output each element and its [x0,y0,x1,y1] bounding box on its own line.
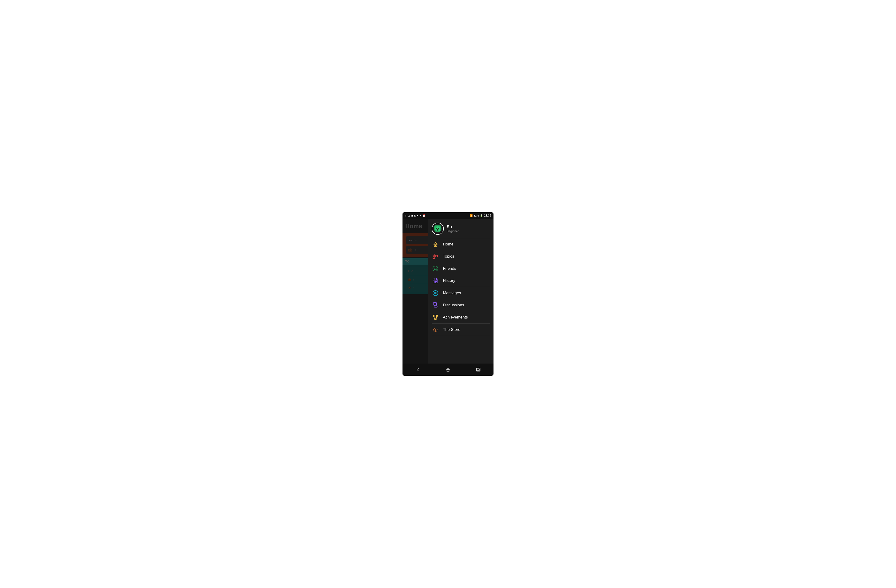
status-bar: ⬆ ⊞ ▣ N ♥ ✕ ⏰ 📶 32% 🔋 13:39 [402,212,494,219]
menu-item-achievements[interactable]: Achievements [428,311,494,323]
achievements-icon [432,314,439,320]
home-icon [432,241,439,247]
svg-rect-10 [433,254,435,256]
menu-item-messages[interactable]: HI Messages [428,287,494,299]
menu-label-friends: Friends [443,266,456,271]
battery-icon: 🔋 [480,214,483,217]
svg-rect-35 [477,369,480,370]
menu-label-home: Home [443,242,453,247]
status-bar-right: 📶 32% 🔋 13:39 [469,214,491,217]
svg-point-16 [434,268,435,268]
menu-label-discussions: Discussions [443,303,464,308]
menu-label-achievements: Achievements [443,315,468,320]
battery-percent: 32% [474,214,479,217]
svg-rect-12 [436,255,437,257]
friends-icon [432,265,439,271]
avatar-svg [433,224,443,233]
menu-label-messages: Messages [443,291,461,296]
menu-item-discussions[interactable]: Discussions [428,299,494,311]
drawer-spacer [428,336,494,364]
status-icon-upload: ⬆ [405,214,407,217]
side-drawer: Su Beginner Home [428,219,494,364]
main-area: Home 👓 Fo 💼 Fo TO ▶ A 💼 [402,219,494,364]
menu-item-home[interactable]: Home [428,238,494,250]
svg-point-26 [435,282,436,283]
messages-icon: HI [432,290,439,296]
drawer-profile: Su Beginner [428,219,494,238]
topics-icon [432,253,439,259]
menu-label-topics: Topics [443,254,454,259]
time-display: 13:39 [484,214,491,217]
menu-item-store[interactable]: The Store [428,324,494,336]
profile-name: Su [446,224,459,229]
menu-label-history: History [443,278,455,283]
svg-text:HI: HI [434,292,437,295]
profile-info: Su Beginner [446,224,459,233]
status-icon-grid: ⊞ [408,214,410,217]
wifi-icon: 📶 [469,214,473,217]
phone-container: ⬆ ⊞ ▣ N ♥ ✕ ⏰ 📶 32% 🔋 13:39 Home 👓 Fo [402,212,494,376]
svg-rect-11 [433,257,435,259]
svg-point-23 [435,281,436,282]
profile-level: Beginner [446,229,459,233]
svg-point-24 [436,281,437,282]
menu-label-store: The Store [443,328,460,332]
discussions-icon [432,302,439,308]
svg-rect-33 [447,370,449,372]
nav-home-button[interactable] [441,365,455,374]
status-icon-alarm: ⏰ [422,214,425,217]
svg-point-7 [437,229,439,230]
menu-item-topics[interactable]: Topics [428,250,494,262]
menu-item-friends[interactable]: Friends [428,262,494,275]
status-icon-nfc: N [414,214,416,217]
svg-rect-9 [435,245,436,247]
store-icon [432,327,439,333]
svg-point-6 [438,228,439,229]
bottom-nav [402,364,494,376]
status-icon-image: ▣ [411,214,413,217]
history-icon [432,278,439,284]
svg-point-15 [433,266,438,271]
status-icon-heart: ♥ [417,214,419,217]
menu-item-history[interactable]: History [428,275,494,287]
svg-point-22 [434,281,435,282]
nav-recent-button[interactable] [471,365,486,374]
status-bar-left: ⬆ ⊞ ▣ N ♥ ✕ ⏰ [405,214,425,217]
svg-point-17 [436,268,437,268]
status-icon-x: ✕ [419,214,421,217]
svg-point-25 [434,282,435,283]
avatar [432,222,444,235]
svg-point-5 [436,228,437,229]
nav-back-button[interactable] [410,365,425,374]
